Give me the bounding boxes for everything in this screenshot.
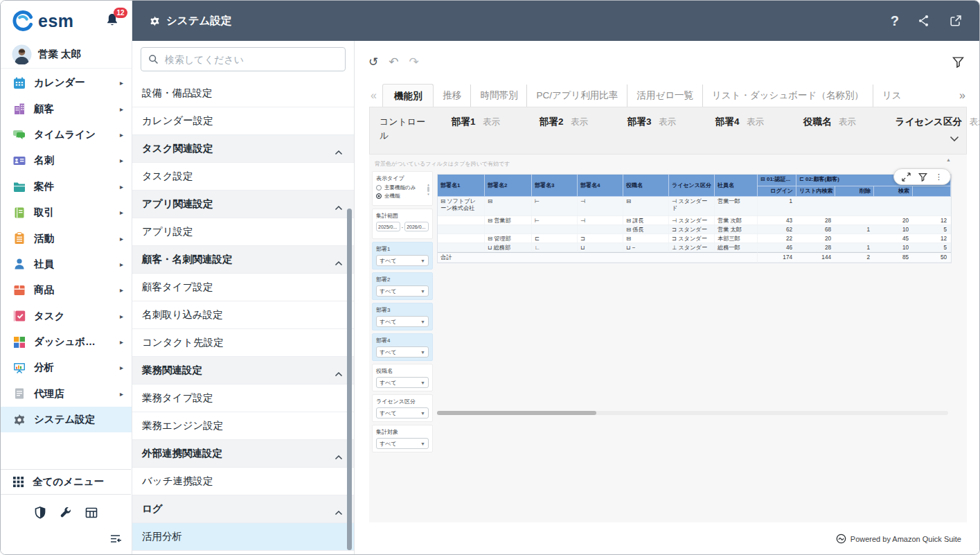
pivot-col-header[interactable]: 社員名 [715, 175, 758, 197]
pivot-row-label[interactable]: ⊣ [578, 216, 623, 225]
settings-scrollbar[interactable] [347, 209, 352, 550]
sheet-tab[interactable]: 機能別 [382, 84, 434, 107]
settings-menu-item[interactable]: 設備・備品設定 [132, 80, 354, 107]
radio-option[interactable]: 全機能 [376, 193, 429, 200]
pivot-row-label[interactable]: ⊥ スタンダード [669, 243, 715, 252]
reset-icon[interactable]: ↺ [368, 56, 378, 68]
undo-icon[interactable]: ↶ [389, 56, 398, 68]
sheet-tab[interactable]: 活用ゼロ一覧 [627, 85, 702, 107]
admin-shield-button[interactable] [33, 506, 47, 520]
visual-filter-button[interactable] [918, 173, 927, 182]
settings-menu-item[interactable]: ログ [132, 495, 354, 523]
filter-dropdown[interactable]: すべて ▼ [376, 285, 429, 297]
pivot-row-label[interactable]: ⊟ [485, 197, 532, 216]
settings-menu-item[interactable]: 活用分析 [132, 523, 354, 551]
settings-search-input[interactable] [141, 47, 346, 71]
filter-dropdown[interactable]: すべて ▼ [376, 316, 429, 327]
maximize-visual-button[interactable] [902, 173, 911, 182]
sidebar-item[interactable]: 顧客 ▸ [1, 96, 132, 121]
horizontal-scrollbar[interactable] [437, 411, 948, 415]
pivot-row-label[interactable]: ⊔ [578, 243, 623, 252]
settings-menu-item[interactable]: 名刺取り込み設定 [132, 301, 354, 329]
pivot-row-label[interactable]: ⊐ スタンダード [669, 225, 715, 234]
settings-menu-item[interactable]: 業務タイプ設定 [132, 385, 354, 412]
pivot-metric-header[interactable]: リスト内検索 [796, 186, 835, 197]
sheet-tab[interactable]: リスト・ダッシュボード（名称別） [702, 85, 873, 107]
pivot-row-label[interactable]: ∟ [532, 243, 578, 252]
sidebar-item[interactable]: 代理店 ▸ [1, 381, 132, 407]
help-button[interactable]: ? [891, 13, 899, 29]
collapse-sidebar-button[interactable] [109, 534, 122, 545]
sidebar-item[interactable]: 分析 ▸ [1, 355, 132, 380]
all-menu-button[interactable]: 全てのメニュー [1, 469, 131, 495]
settings-menu-item[interactable]: 顧客・名刺関連設定 [132, 246, 354, 274]
pivot-row-label[interactable]: ⊟ [623, 234, 669, 243]
sidebar-item[interactable]: 社員 ▸ [1, 252, 132, 277]
sheet-tab[interactable]: リスト [873, 85, 902, 107]
pivot-row-label[interactable]: ⊟ 営業部 [485, 216, 532, 225]
pivot-row-label[interactable]: ⊣ [578, 197, 623, 216]
dashboard-filter-button[interactable] [952, 56, 964, 68]
settings-menu-item[interactable]: アプリ設定 [132, 218, 354, 246]
sidebar-item[interactable]: システム設定 ▸ [1, 407, 132, 432]
settings-menu-item[interactable]: 業務関連設定 [132, 357, 354, 385]
pivot-row-label[interactable]: 本部三郎 [715, 234, 758, 243]
pivot-col-header[interactable]: 部署名1 [438, 175, 485, 197]
pivot-group-header[interactable]: ⊟ 01:認証... [758, 175, 796, 186]
redo-icon[interactable]: ↷ [409, 56, 419, 68]
pivot-row-label[interactable]: ⊐ [578, 234, 623, 243]
control-pill[interactable]: 部署1 表示 [452, 115, 500, 154]
tabs-scroll-right-button[interactable]: » [954, 89, 967, 102]
pivot-metric-header[interactable] [913, 186, 951, 197]
pivot-row-label[interactable]: ⊟ [623, 197, 669, 216]
sidebar-item[interactable]: 取引 ▸ [1, 200, 132, 225]
settings-wrench-button[interactable] [59, 506, 73, 520]
control-pill[interactable]: ライセンス区分 表示 [896, 115, 980, 154]
sidebar-item[interactable]: 活動 ▸ [1, 225, 132, 251]
settings-menu-item[interactable]: 顧客タイプ設定 [132, 274, 354, 301]
table-view-button[interactable] [84, 506, 98, 520]
settings-menu-item[interactable]: バッチ連携設定 [132, 468, 354, 495]
settings-menu-item[interactable]: コンタクト先設定 [132, 329, 354, 357]
sidebar-item[interactable]: 商品 ▸ [1, 277, 132, 303]
filter-dropdown[interactable]: すべて ▼ [376, 255, 429, 266]
sheet-tab[interactable]: 時間帯別 [470, 85, 526, 107]
pivot-row-label[interactable]: 営業 太郎 [715, 225, 758, 234]
mini-scrollbar[interactable]: ▴▾ [426, 183, 431, 195]
pivot-row-label[interactable]: ⊟ ソフトブレーン株式会社 [438, 197, 485, 216]
pivot-row-label[interactable]: ⊔ − [623, 243, 669, 252]
sheet-tab[interactable]: 推移 [434, 85, 470, 107]
pivot-row-label[interactable]: ⊐ スタンダード [669, 234, 715, 243]
filter-dropdown[interactable]: すべて ▼ [376, 407, 429, 419]
share-button[interactable] [917, 14, 931, 28]
visual-menu-button[interactable]: ⋮ [935, 173, 943, 181]
horizontal-scrollbar-thumb[interactable] [437, 411, 596, 415]
control-pill[interactable]: 部署4 表示 [715, 115, 764, 154]
date-to-input[interactable]: 2026/0... [404, 222, 429, 231]
pivot-row-label[interactable]: ⊟ 管理部 [485, 234, 532, 243]
pivot-row-label[interactable]: 営業 次郎 [715, 216, 758, 225]
settings-menu-item[interactable]: 外部連携関連設定 [132, 440, 354, 468]
pivot-row-label[interactable]: ⊔ 総務部 [485, 243, 532, 252]
tabs-scroll-left-button[interactable]: « [369, 89, 382, 102]
sidebar-item[interactable]: ダッシュボ… ▸ [1, 329, 132, 355]
control-pill[interactable]: 部署2 表示 [540, 115, 588, 154]
pivot-col-header[interactable]: 部署名3 [532, 175, 578, 197]
settings-menu-item[interactable]: カレンダー設定 [132, 107, 354, 135]
control-pill[interactable]: 部署3 表示 [627, 115, 676, 154]
open-external-button[interactable] [949, 14, 963, 28]
pivot-row-label[interactable]: 営業一郎 [715, 197, 758, 216]
sheet-scroll-up-icon[interactable]: ▲ [946, 157, 951, 162]
pivot-row-label[interactable]: ⊣ スタンダード [669, 197, 715, 216]
settings-menu-item[interactable]: アプリ関連設定 [132, 191, 354, 218]
pivot-row-label[interactable]: ⊣ スタンダード [669, 216, 715, 225]
pivot-row-label[interactable]: ⊏ [532, 234, 578, 243]
filter-dropdown[interactable]: すべて ▼ [376, 377, 429, 388]
sidebar-item[interactable]: 案件 ▸ [1, 174, 132, 200]
sidebar-item[interactable]: タイムライン ▸ [1, 122, 132, 148]
pivot-row-label[interactable]: ⊟ 課長 [623, 216, 669, 225]
sidebar-item[interactable]: 名刺 ▸ [1, 148, 132, 173]
pivot-col-header[interactable]: 部署名2 [485, 175, 532, 197]
pivot-metric-header[interactable]: ログイン [758, 186, 796, 197]
settings-menu-item[interactable]: タスク設定 [132, 163, 354, 191]
